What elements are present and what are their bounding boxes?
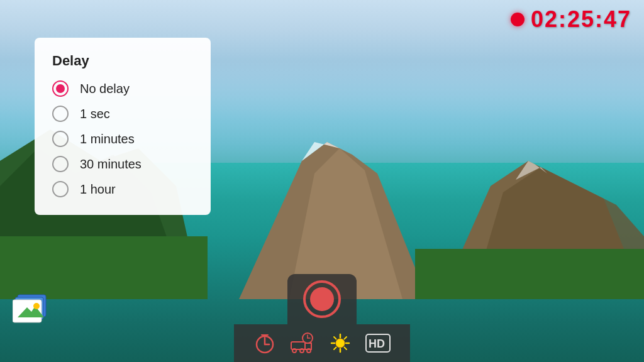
svg-text:HD: HD bbox=[369, 337, 385, 350]
gallery-icon[interactable] bbox=[13, 290, 53, 324]
svg-point-14 bbox=[33, 303, 40, 309]
svg-point-25 bbox=[292, 349, 296, 353]
delay-panel: Delay No delay 1 sec 1 minutes 30 minute… bbox=[35, 38, 211, 215]
recording-time: 02:25:47 bbox=[531, 6, 631, 33]
delay-label-1min: 1 minutes bbox=[80, 132, 135, 146]
delay-option-1min[interactable]: 1 minutes bbox=[52, 131, 193, 147]
bottom-toolbar: HD bbox=[234, 274, 410, 362]
radio-1sec[interactable] bbox=[52, 106, 69, 122]
record-button[interactable] bbox=[303, 280, 341, 318]
delay-label-30min: 30 minutes bbox=[80, 157, 142, 172]
radio-30min[interactable] bbox=[52, 156, 69, 172]
toolbar-icons: HD bbox=[234, 324, 410, 362]
svg-point-27 bbox=[307, 349, 311, 353]
radio-1hour[interactable] bbox=[52, 181, 69, 197]
record-button-container bbox=[287, 274, 357, 324]
hd-icon-button[interactable]: HD bbox=[365, 334, 391, 353]
svg-point-28 bbox=[336, 339, 345, 348]
radio-no-delay[interactable] bbox=[52, 80, 69, 97]
brightness-icon-button[interactable] bbox=[329, 332, 352, 354]
svg-line-33 bbox=[334, 337, 336, 339]
delay-option-1sec[interactable]: 1 sec bbox=[52, 106, 193, 122]
delay-label-1hour: 1 hour bbox=[80, 182, 116, 197]
delay-option-1hour[interactable]: 1 hour bbox=[52, 181, 193, 197]
delay-label-no-delay: No delay bbox=[80, 82, 130, 96]
svg-line-36 bbox=[334, 348, 336, 350]
delay-timer-icon-button[interactable] bbox=[290, 332, 315, 354]
svg-rect-23 bbox=[291, 342, 305, 349]
svg-line-35 bbox=[345, 337, 347, 339]
svg-point-26 bbox=[300, 349, 304, 353]
delay-label-1sec: 1 sec bbox=[80, 107, 110, 121]
radio-1min[interactable] bbox=[52, 131, 69, 147]
delay-option-no-delay[interactable]: No delay bbox=[52, 80, 193, 97]
svg-rect-9 bbox=[415, 249, 644, 299]
recording-dot bbox=[511, 13, 525, 26]
delay-title: Delay bbox=[52, 53, 193, 69]
recording-indicator: 02:25:47 bbox=[511, 6, 631, 33]
record-button-inner bbox=[310, 287, 334, 311]
svg-line-34 bbox=[345, 348, 347, 350]
timer-icon-button[interactable] bbox=[253, 332, 276, 354]
delay-option-30min[interactable]: 30 minutes bbox=[52, 156, 193, 172]
